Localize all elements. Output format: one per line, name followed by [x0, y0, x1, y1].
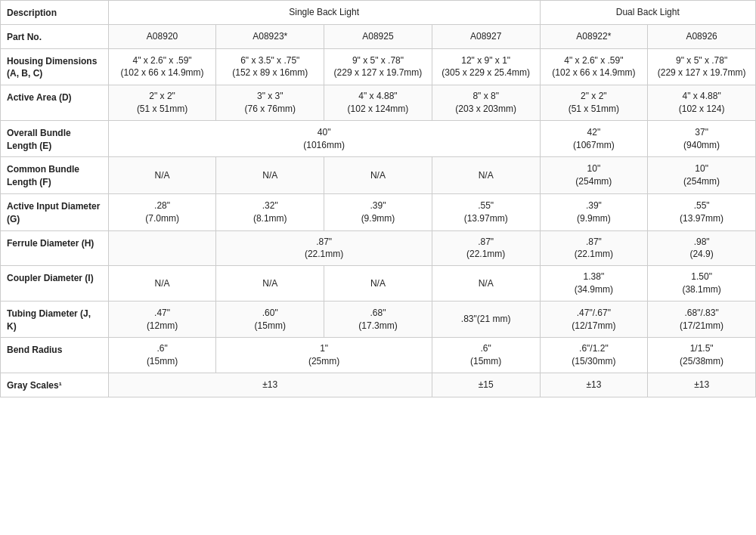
- bundle-length-desc: Overall Bundle Length (E): [1, 120, 109, 157]
- tubing-col3: .83"(21 mm): [432, 301, 540, 338]
- bundle-length-col5: 37" (940mm): [648, 120, 756, 157]
- common-bundle-col1: N/A: [216, 157, 324, 194]
- part-no-label: Part No.: [1, 24, 109, 48]
- active-input-col4: .39" (9.9mm): [540, 193, 648, 230]
- active-area-col3: 8" x 8" (203 x 203mm): [432, 85, 540, 121]
- common-bundle-col3: N/A: [432, 157, 540, 194]
- coupler-col2: N/A: [324, 266, 432, 302]
- dual-back-light-header: Dual Back Light: [540, 1, 755, 25]
- single-back-light-header: Single Back Light: [108, 1, 540, 25]
- housing-desc: Housing Dimensions (A, B, C): [1, 48, 109, 85]
- coupler-desc: Coupler Diameter (I): [1, 266, 109, 302]
- ferrule-col4: .87" (22.1mm): [540, 230, 648, 266]
- common-bundle-col5: 10" (254mm): [648, 157, 756, 194]
- active-area-col1: 3" x 3" (76 x 76mm): [216, 85, 324, 121]
- common-bundle-col0: N/A: [108, 157, 216, 194]
- common-bundle-desc: Common Bundle Length (F): [1, 157, 109, 194]
- tubing-desc: Tubing Diameter (J, K): [1, 301, 109, 338]
- part-no-a08927: A08927: [432, 24, 540, 48]
- coupler-col1: N/A: [216, 266, 324, 302]
- active-input-col5: .55" (13.97mm): [648, 193, 756, 230]
- part-no-a08926: A08926: [648, 24, 756, 48]
- tubing-col0: .47" (12mm): [108, 301, 216, 338]
- bend-radius-col3: .6" (15mm): [432, 338, 540, 373]
- bend-radius-desc: Bend Radius: [1, 338, 109, 373]
- housing-col4: 4" x 2.6" x .59" (102 x 66 x 14.9mm): [540, 48, 648, 85]
- active-area-col5: 4" x 4.88" (102 x 124): [648, 85, 756, 121]
- ferrule-span: .87" (22.1mm): [216, 230, 432, 266]
- housing-col0: 4" x 2.6" x .59" (102 x 66 x 14.9mm): [108, 48, 216, 85]
- active-area-col2: 4" x 4.88" (102 x 124mm): [324, 85, 432, 121]
- housing-col2: 9" x 5" x .78" (229 x 127 x 19.7mm): [324, 48, 432, 85]
- bend-radius-col5: 1/1.5" (25/38mm): [648, 338, 756, 373]
- gray-scales-span: ±13: [108, 373, 432, 397]
- ferrule-col5: .98" (24.9): [648, 230, 756, 266]
- common-bundle-col2: N/A: [324, 157, 432, 194]
- coupler-col3: N/A: [432, 266, 540, 302]
- part-no-a08925: A08925: [324, 24, 432, 48]
- bend-radius-col0: .6" (15mm): [108, 338, 216, 373]
- gray-scales-col3: ±15: [432, 373, 540, 397]
- part-no-a08922: A08922*: [540, 24, 648, 48]
- bundle-length-span: 40" (1016mm): [108, 120, 540, 157]
- part-no-a08920: A08920: [108, 24, 216, 48]
- bend-radius-span: 1" (25mm): [216, 338, 432, 373]
- active-area-col4: 2" x 2" (51 x 51mm): [540, 85, 648, 121]
- bundle-length-col4: 42" (1067mm): [540, 120, 648, 157]
- tubing-col5: .68"/.83" (17/21mm): [648, 301, 756, 338]
- description-header: Description: [1, 1, 109, 25]
- active-area-desc: Active Area (D): [1, 85, 109, 121]
- tubing-col2: .68" (17.3mm): [324, 301, 432, 338]
- active-input-desc: Active Input Diameter (G): [1, 193, 109, 230]
- active-area-col0: 2" x 2" (51 x 51mm): [108, 85, 216, 121]
- ferrule-col0: [108, 230, 216, 266]
- gray-scales-desc: Gray Scales¹: [1, 373, 109, 397]
- specs-table: Description Single Back Light Dual Back …: [0, 0, 756, 397]
- part-no-a08923: A08923*: [216, 24, 324, 48]
- gray-scales-col4: ±13: [540, 373, 648, 397]
- coupler-col4: 1.38" (34.9mm): [540, 266, 648, 302]
- tubing-col1: .60" (15mm): [216, 301, 324, 338]
- ferrule-desc: Ferrule Diameter (H): [1, 230, 109, 266]
- housing-col1: 6" x 3.5" x .75" (152 x 89 x 16mm): [216, 48, 324, 85]
- housing-col5: 9" x 5" x .78" (229 x 127 x 19.7mm): [648, 48, 756, 85]
- housing-col3: 12" x 9" x 1" (305 x 229 x 25.4mm): [432, 48, 540, 85]
- bend-radius-col4: .6"/1.2" (15/30mm): [540, 338, 648, 373]
- active-input-col3: .55" (13.97mm): [432, 193, 540, 230]
- active-input-col1: .32" (8.1mm): [216, 193, 324, 230]
- active-input-col2: .39" (9.9mm): [324, 193, 432, 230]
- ferrule-col3: .87" (22.1mm): [432, 230, 540, 266]
- active-input-col0: .28" (7.0mm): [108, 193, 216, 230]
- coupler-col0: N/A: [108, 266, 216, 302]
- common-bundle-col4: 10" (254mm): [540, 157, 648, 194]
- coupler-col5: 1.50" (38.1mm): [648, 266, 756, 302]
- gray-scales-col5: ±13: [648, 373, 756, 397]
- tubing-col4: .47"/.67" (12/17mm): [540, 301, 648, 338]
